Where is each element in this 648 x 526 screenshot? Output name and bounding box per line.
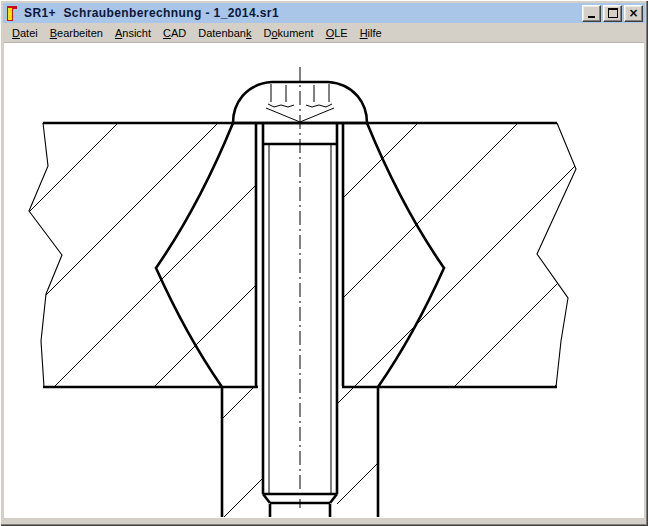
hatch-region-3 bbox=[4, 61, 644, 518]
menu-item-hilfe[interactable]: Hilfe bbox=[354, 25, 388, 41]
menu-item-bearbeiten[interactable]: Bearbeiten bbox=[44, 25, 109, 41]
maximize-button[interactable] bbox=[603, 5, 622, 22]
close-icon: × bbox=[628, 8, 638, 18]
menubar: DateiBearbeitenAnsichtCADDatenbankDokume… bbox=[3, 24, 645, 42]
hatch-region-0 bbox=[4, 61, 644, 518]
menu-item-datenbank[interactable]: Datenbank bbox=[192, 25, 257, 41]
hatch-region-1 bbox=[4, 61, 644, 518]
menu-item-ole[interactable]: OLE bbox=[320, 25, 354, 41]
menu-item-cad[interactable]: CAD bbox=[157, 25, 192, 41]
window-controls: × bbox=[582, 5, 645, 22]
titlebar[interactable]: SR1+ Schraubenberechnung - 1_2014.sr1 × bbox=[3, 3, 645, 23]
menu-item-dokument[interactable]: Dokument bbox=[257, 25, 319, 41]
app-window: SR1+ Schraubenberechnung - 1_2014.sr1 × … bbox=[0, 0, 648, 526]
window-title: SR1+ Schraubenberechnung - 1_2014.sr1 bbox=[24, 6, 582, 20]
maximize-icon bbox=[608, 8, 618, 18]
minimize-icon bbox=[588, 16, 595, 18]
app-icon[interactable] bbox=[6, 6, 19, 20]
bolt-section-drawing bbox=[4, 43, 644, 518]
minimize-button[interactable] bbox=[582, 5, 601, 22]
close-button[interactable]: × bbox=[624, 5, 643, 22]
hatch-region-2 bbox=[4, 61, 644, 518]
menu-item-ansicht[interactable]: Ansicht bbox=[109, 25, 157, 41]
cad-drawing-canvas[interactable] bbox=[4, 42, 644, 518]
app-icon-yellow-bar bbox=[7, 7, 13, 21]
menu-item-datei[interactable]: Datei bbox=[6, 25, 44, 41]
